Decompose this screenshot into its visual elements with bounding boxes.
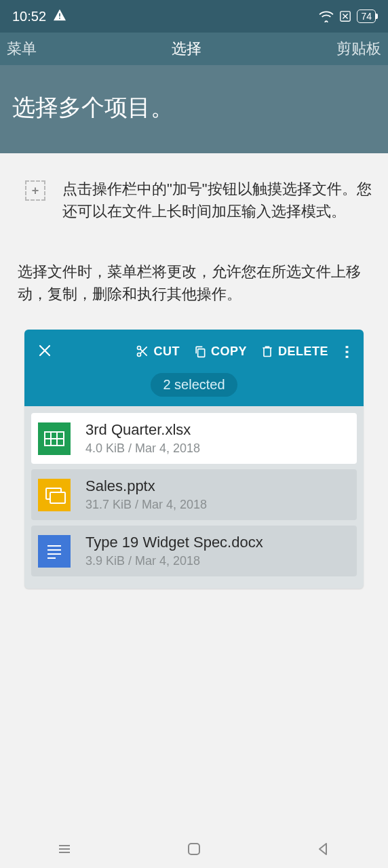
delete-label: DELETE — [278, 344, 328, 359]
svg-rect-5 — [198, 349, 205, 357]
menu-button[interactable]: 菜单 — [7, 39, 37, 59]
file-name: Sales.pptx — [85, 477, 207, 495]
scissors-icon — [136, 344, 149, 358]
sim-icon — [339, 10, 351, 22]
delete-button[interactable]: DELETE — [260, 344, 328, 359]
toolbar-title: 选择 — [37, 39, 336, 59]
file-row[interactable]: Type 19 Widget Spec.docx 3.9 KiB / Mar 4… — [31, 526, 357, 576]
app-toolbar: 菜单 选择 剪贴板 — [0, 33, 388, 65]
system-nav-bar — [0, 830, 388, 868]
file-meta: 4.0 KiB / Mar 4, 2018 — [85, 441, 200, 456]
wifi-icon — [319, 10, 334, 22]
page-title: 选择多个项目。 — [0, 65, 388, 153]
file-name: Type 19 Widget Spec.docx — [85, 534, 263, 551]
battery-indicator: 74 — [357, 9, 376, 23]
svg-rect-14 — [38, 535, 71, 568]
file-text: Sales.pptx 31.7 KiB / Mar 4, 2018 — [85, 477, 207, 512]
add-selection-hint-icon: + — [15, 178, 56, 222]
spreadsheet-icon — [38, 422, 71, 455]
status-time: 10:52 — [12, 9, 46, 24]
selection-toolbar: CUT COPY DELETE ⋯ — [24, 330, 364, 373]
close-icon — [38, 344, 52, 357]
file-row[interactable]: Sales.pptx 31.7 KiB / Mar 4, 2018 — [31, 469, 357, 520]
svg-rect-0 — [59, 13, 60, 16]
clipboard-button[interactable]: 剪贴板 — [336, 39, 381, 59]
document-icon — [38, 535, 71, 568]
back-button[interactable] — [313, 839, 334, 859]
file-meta: 3.9 KiB / Mar 4, 2018 — [85, 554, 263, 568]
instruction-text: 选择文件时，菜单栏将更改，允许您在所选文件上移动，复制，删除和执行其他操作。 — [15, 260, 373, 305]
presentation-icon — [38, 479, 71, 511]
example-card: CUT COPY DELETE ⋯ 2 selected 3rd Quarter… — [24, 330, 364, 589]
home-button[interactable] — [184, 839, 204, 859]
content: + 点击操作栏中的"加号"按钮以触摸选择文件。您还可以在文件上长时间加压输入选择… — [0, 153, 388, 589]
menu-lines-icon — [56, 841, 73, 857]
selection-count-chip: 2 selected — [151, 373, 237, 397]
file-meta: 31.7 KiB / Mar 4, 2018 — [85, 498, 207, 512]
warning-icon — [53, 9, 66, 24]
trash-icon — [260, 344, 274, 358]
triangle-back-icon — [315, 841, 332, 857]
file-name: 3rd Quarter.xlsx — [85, 421, 200, 439]
recent-apps-button[interactable] — [54, 839, 75, 859]
status-bar: 10:52 74 — [0, 0, 388, 33]
file-list: 3rd Quarter.xlsx 4.0 KiB / Mar 4, 2018 S… — [24, 406, 364, 589]
svg-rect-22 — [189, 844, 199, 854]
file-row[interactable]: 3rd Quarter.xlsx 4.0 KiB / Mar 4, 2018 — [31, 413, 357, 464]
svg-rect-13 — [50, 492, 65, 503]
plus-icon: + — [25, 180, 45, 201]
copy-label: COPY — [211, 344, 247, 359]
copy-button[interactable]: COPY — [193, 344, 247, 359]
hint-text: 点击操作栏中的"加号"按钮以触摸选择文件。您还可以在文件上长时间加压输入选择模式… — [56, 178, 373, 222]
copy-icon — [193, 344, 207, 358]
file-text: Type 19 Widget Spec.docx 3.9 KiB / Mar 4… — [85, 534, 263, 568]
cut-label: CUT — [153, 344, 180, 359]
cut-button[interactable]: CUT — [136, 344, 180, 359]
square-icon — [186, 841, 202, 857]
selection-count-row: 2 selected — [24, 373, 364, 406]
svg-rect-1 — [59, 18, 60, 19]
hint-row: + 点击操作栏中的"加号"按钮以触摸选择文件。您还可以在文件上长时间加压输入选择… — [15, 178, 373, 222]
close-selection-button[interactable] — [34, 341, 56, 362]
file-text: 3rd Quarter.xlsx 4.0 KiB / Mar 4, 2018 — [85, 421, 200, 456]
more-menu-button[interactable]: ⋯ — [338, 344, 356, 358]
